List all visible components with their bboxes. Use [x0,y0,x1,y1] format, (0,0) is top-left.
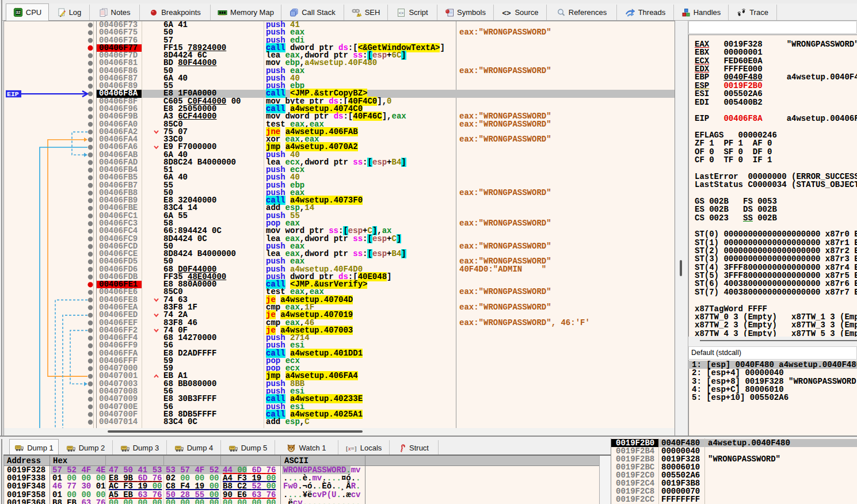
svg-text:<>: <> [502,8,512,17]
svg-text:32: 32 [16,10,20,14]
svg-text:EIP: EIP [7,90,19,98]
svg-text:[x=]: [x=] [346,445,356,452]
svg-text:<>: <> [399,10,403,15]
svg-text:!: ! [357,13,359,17]
